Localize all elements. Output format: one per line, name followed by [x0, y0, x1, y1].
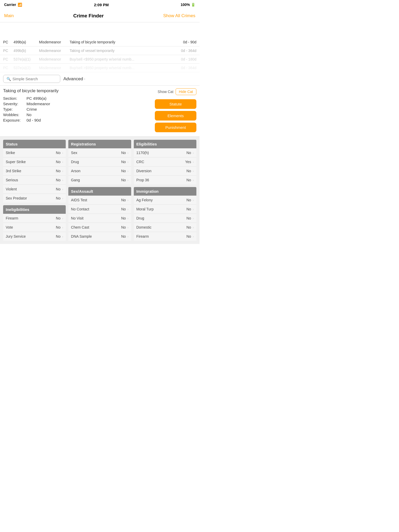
list-item[interactable]: Drug No ›	[134, 214, 196, 223]
list-item[interactable]: 1170(h) No ›	[134, 148, 196, 157]
section-value: PC 499b(a)	[26, 96, 46, 101]
eligibilities-header: Eligibilities	[134, 140, 196, 148]
list-item[interactable]: Vote No ›	[3, 223, 66, 232]
table-row[interactable]: PC 537e(a)(1) Misdemeanor Buy/sell <$950…	[0, 55, 200, 64]
carrier-label: Carrier	[4, 3, 16, 7]
crime-section: 499b(b)	[14, 49, 37, 53]
status-bar-left: Carrier 📶	[4, 3, 22, 7]
list-item[interactable]: AIDS Test No ›	[68, 196, 131, 205]
hide-cat-button[interactable]: Hide Cat	[176, 88, 196, 95]
chevron-right-icon: ›	[62, 196, 63, 200]
eligibilities-panel: Eligibilities 1170(h) No › CRC Yes › Div…	[134, 140, 196, 184]
ineligibilities-header: Ineligibilities	[3, 205, 66, 214]
cat-value: No	[56, 187, 61, 191]
show-cat-label: Show Cat	[158, 90, 174, 94]
search-icon: 🔍	[6, 77, 11, 81]
back-button[interactable]: Main	[4, 13, 14, 18]
list-item[interactable]: Firearm No ›	[3, 214, 66, 223]
list-item[interactable]: Firearm No ›	[134, 232, 196, 241]
page-title: Crime Finder	[73, 13, 104, 19]
cat-value: No	[56, 151, 61, 155]
cat-label: Domestic	[136, 225, 187, 229]
cat-label: Jury Service	[6, 234, 56, 238]
chevron-right-icon: ›	[127, 216, 128, 220]
list-item[interactable]: Gang No ›	[68, 176, 131, 184]
search-input[interactable]	[12, 77, 57, 81]
chevron-right-icon: ›	[62, 225, 63, 229]
crime-code: PC	[3, 57, 11, 61]
exposure-value: 0d - 90d	[26, 118, 41, 122]
categories-grid: Status Strike No › Super Strike No › 3rd…	[0, 137, 200, 244]
detail-severity-row: Severity: Misdemeanor	[3, 102, 150, 106]
crime-description: Taking of vessel temporarily	[70, 49, 171, 53]
list-item[interactable]: Chem Cast No ›	[68, 223, 131, 232]
chevron-right-icon: ›	[127, 151, 128, 155]
detail-title: Taking of bicycle temporarily	[3, 88, 150, 94]
cat-value: No	[187, 178, 191, 182]
crime-code: PC	[3, 66, 11, 70]
cat-label: Serious	[6, 178, 56, 182]
cat-value: No	[121, 198, 126, 202]
sex-assault-header: Sex/Assault	[68, 187, 131, 196]
cat-value: No	[121, 216, 126, 220]
cat-label: Sex Predator	[6, 196, 56, 200]
list-item[interactable]: No Visit No ›	[68, 214, 131, 223]
list-item[interactable]: Domestic No ›	[134, 223, 196, 232]
list-item[interactable]: Serious No ›	[3, 176, 66, 185]
sex-assault-body: AIDS Test No › No Contact No › No Visit …	[68, 196, 131, 241]
list-item[interactable]: Strike No ›	[3, 148, 66, 157]
cat-label: Chem Cast	[71, 225, 121, 229]
chevron-right-icon: ›	[127, 207, 128, 211]
table-row[interactable]: PC 537e(a)(2) Misdemeanor Buy/sell >$950…	[0, 64, 200, 72]
severity-value: Misdemeanor	[26, 102, 50, 106]
crime-range: 0d - 180d	[173, 57, 196, 61]
list-item[interactable]: CRC Yes ›	[134, 157, 196, 167]
list-item[interactable]: Drug No ›	[68, 157, 131, 167]
statute-button[interactable]: Statute	[155, 99, 196, 109]
list-item[interactable]: Diversion No ›	[134, 167, 196, 176]
detail-rows: Taking of bicycle temporarily Section: P…	[3, 88, 150, 123]
elements-button[interactable]: Elements	[155, 111, 196, 121]
cat-label: Super Strike	[6, 160, 56, 164]
crime-type: Misdemeanor	[39, 40, 68, 44]
type-value: Crime	[26, 107, 37, 111]
cat-label: Ag Felony	[136, 198, 187, 202]
list-item[interactable]: Jury Service No ›	[3, 232, 66, 241]
list-item[interactable]: Prop 36 No ›	[134, 176, 196, 184]
list-item[interactable]: Moral Turp No ›	[134, 205, 196, 214]
crime-description: Taking of bicycle temporarily	[70, 40, 171, 44]
cat-label: No Contact	[71, 207, 121, 211]
cat-label: Drug	[71, 160, 121, 164]
crime-section: 537e(a)(1)	[14, 57, 37, 61]
table-row[interactable]: PC 499b(b) Misdemeanor Taking of vessel …	[0, 46, 200, 55]
battery-icon: 🔋	[191, 3, 195, 7]
show-all-crimes-button[interactable]: Show All Crimes	[163, 13, 195, 18]
list-item[interactable]: Arson No ›	[68, 167, 131, 176]
search-box-container[interactable]: 🔍	[3, 75, 60, 83]
type-label: Type:	[3, 107, 26, 111]
advanced-search-button[interactable]: Advanced ›	[63, 76, 85, 82]
cat-value: No	[121, 160, 126, 164]
list-item[interactable]: Super Strike No ›	[3, 157, 66, 167]
crime-description: Buy/sell >$950 property w/serial numb...	[70, 66, 171, 70]
crime-range: 0d - 90d	[173, 40, 196, 44]
list-item[interactable]: Violent No ›	[3, 185, 66, 194]
chevron-right-icon: ›	[127, 235, 128, 238]
crime-type: Misdemeanor	[39, 66, 68, 70]
list-item[interactable]: No Contact No ›	[68, 205, 131, 214]
list-item[interactable]: Sex No ›	[68, 148, 131, 157]
list-item[interactable]: 3rd Strike No ›	[3, 167, 66, 176]
list-item[interactable]: DNA Sample No ›	[68, 232, 131, 241]
cat-value: No	[56, 196, 61, 200]
chevron-right-icon: ›	[62, 151, 63, 155]
chevron-right-icon: ›	[193, 160, 194, 164]
list-item[interactable]: Sex Predator No ›	[3, 194, 66, 203]
detail-section-row: Section: PC 499b(a)	[3, 96, 150, 101]
list-item[interactable]: Ag Felony No ›	[134, 196, 196, 205]
registrations-column: Registrations Sex No › Drug No › Arson N…	[68, 140, 131, 241]
punishment-button[interactable]: Punishment	[155, 123, 196, 132]
table-row[interactable]: PC 499b(a) Misdemeanor Taking of bicycle…	[0, 38, 200, 46]
cat-label: Gang	[71, 178, 121, 182]
chevron-right-icon: ›	[127, 169, 128, 173]
status-header: Status	[3, 140, 66, 148]
